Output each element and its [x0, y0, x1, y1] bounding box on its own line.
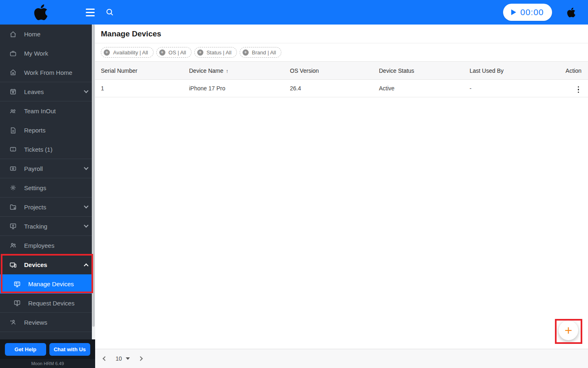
sort-asc-icon: ↑ [226, 68, 229, 74]
chevron-left-icon [102, 356, 107, 361]
menu-toggle-button[interactable] [84, 7, 96, 18]
cell-last-used-by: - [464, 85, 555, 92]
sidebar-item-devices[interactable]: Devices [0, 255, 95, 274]
ticket-icon [9, 145, 17, 153]
person-star-icon [9, 318, 17, 326]
sidebar-item-label: Employees [24, 242, 88, 249]
sidebar-item-manage-devices[interactable]: Manage Devices [0, 274, 95, 294]
employees-icon [9, 241, 17, 249]
column-header-action: Action [555, 67, 588, 74]
search-button[interactable] [105, 8, 114, 17]
plus-circle-icon: + [104, 49, 110, 56]
scrollbar-thumb[interactable] [92, 25, 95, 327]
play-icon [511, 9, 516, 15]
home-icon [9, 30, 17, 38]
cell-device-status: Active [373, 85, 464, 92]
column-header-serial-number[interactable]: Serial Number [95, 67, 183, 74]
folder-icon [9, 203, 17, 211]
filter-chip-label: Status | All [207, 49, 232, 56]
sidebar-item-label: Payroll [24, 165, 85, 172]
sidebar-item-label: Settings [24, 184, 88, 191]
timer-value: 00:00 [520, 7, 544, 17]
next-page-button[interactable] [136, 355, 145, 363]
column-header-device-status[interactable]: Device Status [373, 67, 464, 74]
search-icon [105, 8, 114, 17]
empty-area [95, 97, 588, 349]
apple-logo-right [567, 7, 576, 18]
topbar: 00:00 [0, 0, 588, 25]
previous-page-button[interactable] [101, 355, 109, 363]
apple-logo-icon [33, 3, 48, 21]
apple-logo[interactable] [33, 3, 48, 21]
manage-devices-icon [13, 280, 21, 288]
filter-chip-brand[interactable]: + Brand | All [240, 47, 281, 58]
sidebar-scrollbar[interactable] [92, 25, 95, 339]
column-header-os-version[interactable]: OS Version [284, 67, 373, 74]
sidebar-item-label: Reports [24, 127, 88, 134]
sidebar-item-request-devices[interactable]: Request Devices [0, 294, 95, 313]
column-header-device-name[interactable]: Device Name↑ [183, 67, 284, 74]
sidebar-item-settings[interactable]: Settings [0, 178, 95, 197]
filter-chip-status[interactable]: + Status | All [194, 47, 237, 58]
page-title: Manage Devices [101, 29, 161, 38]
sidebar-item-home[interactable]: Home [0, 25, 95, 44]
chevron-right-icon [138, 356, 143, 361]
sidebar: Home My Work Work From Home Leaves Team … [0, 25, 95, 368]
hamburger-icon [86, 9, 95, 10]
gear-icon [9, 184, 17, 192]
get-help-button[interactable]: Get Help [5, 343, 46, 356]
page-size-select[interactable]: 10 [116, 355, 130, 362]
column-header-last-used-by[interactable]: Last Used By [464, 67, 555, 74]
briefcase-icon [9, 49, 17, 58]
sidebar-item-tickets[interactable]: Tickets (1) [0, 140, 95, 159]
chat-with-us-button[interactable]: Chat with Us [49, 343, 91, 356]
document-icon [9, 126, 17, 135]
chevron-down-icon [84, 165, 88, 170]
plus-circle-icon: + [159, 49, 165, 56]
caret-down-icon [126, 357, 130, 360]
monitor-icon [9, 222, 17, 230]
chevron-down-icon [84, 88, 88, 93]
sidebar-nav: Home My Work Work From Home Leaves Team … [0, 25, 95, 351]
sidebar-item-label: Home [24, 31, 88, 38]
sidebar-item-my-work[interactable]: My Work [0, 44, 95, 63]
filter-chip-availability[interactable]: + Availability | All [101, 47, 154, 58]
filter-chip-label: Availability | All [113, 49, 148, 56]
sidebar-item-work-from-home[interactable]: Work From Home [0, 63, 95, 82]
table-header: Serial Number Device Name↑ OS Version De… [95, 61, 588, 80]
home-wifi-icon [9, 68, 17, 76]
sidebar-item-projects[interactable]: Projects [0, 197, 95, 217]
app-version: Moon HRM 6.49 [0, 359, 95, 368]
sidebar-item-leaves[interactable]: Leaves [0, 82, 95, 101]
sidebar-item-label: Tracking [24, 223, 85, 230]
filter-chip-label: OS | All [169, 49, 186, 56]
plus-circle-icon: + [197, 49, 203, 56]
chevron-down-icon [84, 204, 88, 208]
sidebar-item-label: Team InOut [24, 108, 88, 114]
sidebar-item-payroll[interactable]: Payroll [0, 159, 95, 178]
sidebar-item-employees[interactable]: Employees [0, 236, 95, 255]
devices-icon [9, 261, 17, 269]
sidebar-item-reviews[interactable]: Reviews [0, 313, 95, 332]
plus-circle-icon: + [243, 49, 249, 56]
sidebar-item-label: Leaves [24, 88, 85, 95]
sidebar-footer: Get Help Chat with Us [0, 339, 95, 359]
calendar-icon [9, 88, 17, 96]
sidebar-item-team-inout[interactable]: Team InOut [0, 101, 95, 121]
filter-chip-os[interactable]: + OS | All [156, 47, 192, 58]
main-content: Manage Devices + Availability | All + OS… [95, 25, 588, 368]
timer-button[interactable]: 00:00 [503, 4, 552, 21]
add-device-fab[interactable]: + [559, 321, 578, 340]
pagination-bar: 10 [95, 349, 588, 368]
sidebar-item-reports[interactable]: Reports [0, 121, 95, 140]
sidebar-item-label: Projects [24, 204, 85, 211]
cell-os-version: 26.4 [284, 85, 373, 92]
request-devices-icon [13, 299, 21, 307]
table-row: 1 iPhone 17 Pro 26.4 Active - [95, 80, 588, 97]
filter-bar: + Availability | All + OS | All + Status… [95, 43, 588, 61]
page-size-value: 10 [116, 355, 122, 362]
sidebar-item-tracking[interactable]: Tracking [0, 217, 95, 236]
kebab-menu-icon[interactable] [575, 85, 582, 95]
sidebar-item-label: My Work [24, 50, 88, 57]
payroll-icon [9, 164, 17, 173]
